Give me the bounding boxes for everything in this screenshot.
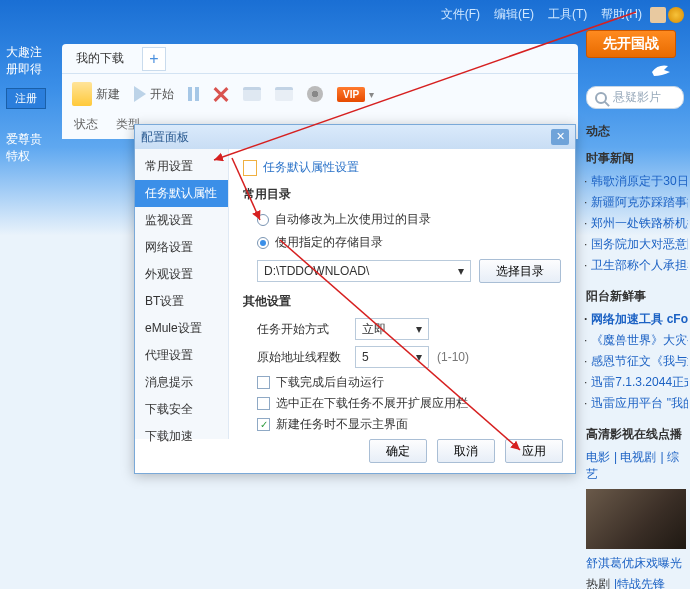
cat-fresh: 阳台新鲜事 [580,282,690,309]
pause-icon [188,87,199,101]
news-link[interactable]: 郑州一处铁路桥机掉落 [584,213,688,234]
cta-button[interactable]: 先开国战 [586,30,676,58]
play-icon [134,86,146,102]
search-icon [595,92,607,104]
news-link[interactable]: 卫生部称个人承担看病 [584,255,688,276]
threads-hint: (1-10) [437,350,469,364]
nav-messages[interactable]: 消息提示 [135,369,228,396]
fresh-link[interactable]: 迅雷7.1.3.2044正式发 [584,372,688,393]
add-tab-button[interactable]: + [142,47,166,71]
radio-last-dir[interactable]: 自动修改为上次使用过的目录 [243,209,561,232]
register-button[interactable]: 注册 [6,88,46,109]
choose-dir-button[interactable]: 选择目录 [479,259,561,283]
tag-movie[interactable]: 电影 [586,450,610,464]
cat-news: 时事新闻 [580,144,690,171]
fresh-link[interactable]: 感恩节征文《我与迅雷 [584,351,688,372]
fresh-link[interactable]: 《魔兽世界》大灾变度 [584,330,688,351]
nav-security[interactable]: 下载安全 [135,396,228,423]
news-link[interactable]: 韩歌消原定于30日的故 [584,171,688,192]
folder-icon [275,87,293,101]
chevron-down-icon: ▾ [458,264,464,278]
nav-monitor[interactable]: 监视设置 [135,207,228,234]
settings-button[interactable] [307,86,323,102]
fresh-link[interactable]: 网络加速工具 cFosSp [584,309,688,330]
other-group-label: 其他设置 [243,293,561,310]
dialog-close-button[interactable]: ✕ [551,129,569,145]
tab-downloads[interactable]: 我的下载 [62,50,138,67]
news-link[interactable]: 新疆阿克苏踩踏事故4 [584,192,688,213]
chevron-down-icon: ▾ [416,350,422,364]
cancel-button[interactable]: 取消 [437,439,495,463]
nav-task-defaults[interactable]: 任务默认属性 [135,180,228,207]
menu-file[interactable]: 文件(F) [435,6,486,23]
cat-hd: 高清影视在线点播 [580,420,690,447]
chk-autorun[interactable]: 下载完成后自动运行 [243,372,561,393]
chk-noexpand[interactable]: 选中正在下载任务不展开扩展应用栏 [243,393,561,414]
share-button[interactable] [275,87,293,101]
delete-button[interactable] [213,86,229,102]
nav-network[interactable]: 网络设置 [135,234,228,261]
menu-help[interactable]: 帮助(H) [595,6,648,23]
start-mode-select[interactable]: 立即▾ [355,318,429,340]
chevron-down-icon: ▾ [416,322,422,336]
document-icon [72,82,92,106]
avatar-icon[interactable] [650,7,666,23]
dialog-nav: 常用设置 任务默认属性 监视设置 网络设置 外观设置 BT设置 eMule设置 … [135,149,229,439]
vip-badge: VIP [337,87,365,102]
gear-icon [307,86,323,102]
badge-icon[interactable] [668,7,684,23]
ok-button[interactable]: 确定 [369,439,427,463]
tag-tv[interactable]: 电视剧 [620,450,656,464]
nav-general[interactable]: 常用设置 [135,153,228,180]
promo-text-2: 爱尊贵特权 [0,127,58,169]
dir-group-label: 常用目录 [243,186,561,203]
page-icon [243,160,257,176]
news-list: 韩歌消原定于30日的故 新疆阿克苏踩踏事故4 郑州一处铁路桥机掉落 国务院加大对… [580,171,690,282]
new-task-button[interactable]: 新建 [72,82,120,106]
radio-fixed-dir[interactable]: 使用指定的存储目录 [243,232,561,255]
fresh-link[interactable]: 迅雷应用平台 "我的 [584,393,688,414]
video-thumbnail[interactable] [586,489,686,549]
fresh-list: 网络加速工具 cFosSp 《魔兽世界》大灾变度 感恩节征文《我与迅雷 迅雷7.… [580,309,690,420]
folder-icon [243,87,261,101]
section-title: 任务默认属性设置 [263,159,359,176]
open-folder-button[interactable] [243,87,261,101]
nav-bt[interactable]: BT设置 [135,288,228,315]
start-button[interactable]: 开始 [134,86,174,103]
promo-text-1: 大趣注册即得 [0,40,58,82]
path-input[interactable]: D:\TDDOWNLOAD\▾ [257,260,471,282]
nav-proxy[interactable]: 代理设置 [135,342,228,369]
search-input[interactable]: 悬疑影片 [586,86,684,109]
apply-button[interactable]: 应用 [505,439,563,463]
toolbar: 新建 开始 VIP▾ [62,74,578,114]
nav-appearance[interactable]: 外观设置 [135,261,228,288]
left-promo: 大趣注册即得 注册 爱尊贵特权 [0,40,58,169]
menu-tool[interactable]: 工具(T) [542,6,593,23]
threads-select[interactable]: 5▾ [355,346,429,368]
bird-icon [650,62,672,80]
nav-accel[interactable]: 下载加速 [135,423,228,450]
vip-button[interactable]: VIP▾ [337,87,374,102]
radio-icon [257,214,269,226]
start-mode-label: 任务开始方式 [257,321,347,338]
cat-dynamic: 动态 [580,117,690,144]
delete-icon [213,86,229,102]
threads-label: 原始地址线程数 [257,349,347,366]
subtab-status[interactable]: 状态 [74,116,98,133]
video-tags: 电影| 电视剧| 综艺 [580,447,690,485]
thumb-caption[interactable]: 舒淇葛优床戏曝光 [580,553,690,574]
news-link[interactable]: 国务院加大对恶意圈林 [584,234,688,255]
right-column: 悬疑影片 动态 时事新闻 韩歌消原定于30日的故 新疆阿克苏踩踏事故4 郑州一处… [580,82,690,589]
pause-button[interactable] [188,87,199,101]
menu-edit[interactable]: 编辑(E) [488,6,540,23]
radio-checked-icon [257,237,269,249]
chk-hidemain[interactable]: ✓新建任务时不显示主界面 [243,414,561,435]
nav-emule[interactable]: eMule设置 [135,315,228,342]
link[interactable]: 特战先锋 [617,577,665,589]
dialog-title: 配置面板 [141,129,189,146]
settings-dialog: 配置面板 ✕ 常用设置 任务默认属性 监视设置 网络设置 外观设置 BT设置 e… [134,124,576,474]
